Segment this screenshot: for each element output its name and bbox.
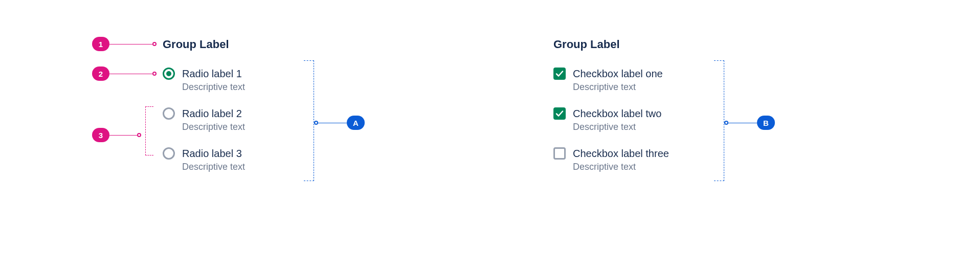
- radio-description: Descriptive text: [182, 161, 245, 173]
- radio-label: Radio label 1: [182, 68, 245, 80]
- annotation-connector-1: [109, 44, 152, 44]
- checkbox-description: Descriptive text: [573, 121, 661, 133]
- checkbox-option-3[interactable]: Checkbox label three Descriptive text: [553, 147, 834, 173]
- annotation-callout-b: B: [724, 116, 775, 130]
- annotation-callout-2: 2: [92, 66, 161, 81]
- annotation-callout-3: 3: [92, 128, 141, 142]
- annotation-bracket-b: [714, 60, 724, 181]
- checkbox-icon[interactable]: [553, 68, 566, 80]
- checkbox-icon[interactable]: [553, 107, 566, 120]
- annotation-badge-b: B: [757, 116, 775, 130]
- checkbox-description: Descriptive text: [573, 161, 669, 173]
- checkbox-group-column: Group Label Checkbox label one Descripti…: [537, 38, 834, 187]
- radio-group-label: Group Label: [163, 38, 394, 51]
- radio-label: Radio label 3: [182, 147, 245, 160]
- radio-icon[interactable]: [163, 107, 175, 120]
- radio-description: Descriptive text: [182, 81, 245, 93]
- checkbox-label: Checkbox label two: [573, 107, 661, 120]
- radio-label: Radio label 2: [182, 107, 245, 120]
- annotation-badge-1: 1: [92, 37, 109, 51]
- annotation-dot-2: [152, 72, 157, 76]
- annotation-bracket-3: [145, 106, 153, 155]
- annotation-bracket-a: [304, 60, 314, 181]
- check-icon: [555, 70, 564, 78]
- annotation-connector-2: [109, 74, 152, 74]
- annotation-callout-1: 1: [92, 37, 161, 51]
- annotation-dot-3: [137, 133, 141, 137]
- annotation-connector-a: [318, 123, 347, 123]
- checkbox-label: Checkbox label three: [573, 147, 669, 160]
- checkbox-description: Descriptive text: [573, 81, 663, 93]
- radio-option-1[interactable]: Radio label 1 Descriptive text: [163, 68, 394, 93]
- annotation-badge-3: 3: [92, 128, 109, 142]
- radio-description: Descriptive text: [182, 121, 245, 133]
- check-icon: [555, 109, 564, 118]
- checkbox-option-2[interactable]: Checkbox label two Descriptive text: [553, 107, 834, 133]
- radio-option-3[interactable]: Radio label 3 Descriptive text: [163, 147, 394, 173]
- annotation-callout-a: A: [314, 116, 365, 130]
- checkbox-group-label: Group Label: [553, 38, 834, 51]
- checkbox-options: Checkbox label one Descriptive text Chec…: [553, 68, 834, 173]
- annotation-dot-b: [724, 121, 728, 125]
- radio-icon[interactable]: [163, 68, 175, 80]
- radio-group-column: 1 Group Label 2 3 Radio label 1 Descript…: [97, 38, 394, 187]
- annotation-dot-a: [314, 121, 318, 125]
- checkbox-icon[interactable]: [553, 147, 566, 160]
- annotation-connector-3: [109, 135, 137, 136]
- annotation-connector-b: [728, 123, 757, 123]
- radio-icon[interactable]: [163, 147, 175, 160]
- annotation-badge-2: 2: [92, 66, 109, 81]
- checkbox-label: Checkbox label one: [573, 68, 663, 80]
- annotation-badge-a: A: [347, 116, 365, 130]
- annotation-dot-1: [152, 42, 157, 46]
- checkbox-option-1[interactable]: Checkbox label one Descriptive text: [553, 68, 834, 93]
